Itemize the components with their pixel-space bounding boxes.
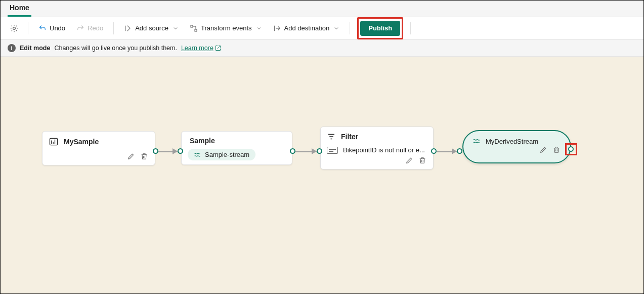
filter-rule-text: BikepointID is not null or e... [343, 146, 425, 154]
add-destination-button[interactable]: Add destination [270, 20, 343, 36]
publish-label: Publish [368, 24, 392, 32]
toolbar: Undo Redo Add source Transform events Ad… [1, 17, 643, 39]
port-highlight [565, 143, 577, 155]
delete-button[interactable] [552, 145, 561, 154]
trash-icon [552, 146, 561, 154]
edit-button[interactable] [126, 152, 136, 161]
port-in[interactable] [457, 148, 462, 154]
redo-button[interactable]: Redo [73, 20, 106, 36]
separator [350, 22, 350, 34]
chevron-down-icon [333, 25, 339, 31]
transform-icon [190, 24, 198, 32]
node-sample-title: Sample [190, 137, 215, 145]
pencil-icon [127, 152, 135, 160]
port-out[interactable] [431, 148, 437, 154]
port-in[interactable] [178, 148, 183, 154]
settings-button[interactable] [8, 22, 21, 35]
separator [113, 22, 114, 34]
workflow-canvas[interactable]: MySample Sample Sample-stream [1, 57, 643, 293]
info-bar: i Edit mode Changes will go live once yo… [1, 39, 643, 57]
edit-mode-message: Changes will go live once you publish th… [54, 45, 177, 52]
node-filter[interactable]: Filter BikepointID is not null or e... [320, 127, 434, 170]
svg-rect-1 [191, 25, 193, 27]
redo-icon [76, 24, 84, 32]
svg-point-0 [13, 27, 16, 29]
chevron-down-icon [173, 25, 179, 31]
add-destination-icon [273, 24, 281, 32]
transform-events-button[interactable]: Transform events [187, 20, 265, 36]
edit-button[interactable] [539, 145, 548, 154]
undo-icon [38, 24, 47, 32]
info-icon: i [8, 44, 16, 52]
add-source-label: Add source [135, 24, 168, 32]
tab-home-label: Home [10, 4, 29, 12]
stream-chip[interactable]: Sample-stream [188, 149, 255, 160]
trash-icon [418, 156, 426, 164]
port-out[interactable] [153, 148, 158, 154]
learn-more-link[interactable]: Learn more [181, 45, 221, 52]
tab-strip: Home [1, 1, 643, 17]
edit-button[interactable] [405, 156, 414, 165]
stream-chip-label: Sample-stream [205, 151, 249, 158]
stream-icon [473, 137, 481, 145]
add-destination-label: Add destination [284, 24, 330, 32]
svg-rect-3 [50, 138, 58, 145]
tab-home[interactable]: Home [8, 0, 31, 17]
add-source-icon [124, 24, 132, 32]
node-filter-title: Filter [341, 133, 358, 141]
chevron-down-icon [256, 25, 262, 31]
undo-button[interactable]: Undo [35, 20, 68, 36]
node-sample[interactable]: Sample Sample-stream [181, 131, 292, 165]
stream-icon [194, 151, 201, 158]
publish-button[interactable]: Publish [360, 21, 400, 36]
add-source-button[interactable]: Add source [121, 20, 182, 36]
node-source[interactable]: MySample [42, 131, 155, 165]
learn-more-label: Learn more [181, 45, 213, 52]
rule-icon [327, 147, 338, 154]
node-destination[interactable]: MyDerivedStream [462, 130, 571, 163]
publish-highlight: Publish [357, 17, 403, 39]
port-out[interactable] [290, 148, 295, 154]
trash-icon [140, 152, 148, 160]
delete-button[interactable] [140, 152, 149, 161]
edit-mode-label: Edit mode [20, 45, 50, 52]
svg-rect-2 [195, 29, 197, 31]
source-icon [49, 137, 59, 147]
filter-icon [327, 132, 336, 141]
pencil-icon [405, 156, 413, 164]
port-in[interactable] [317, 148, 322, 154]
undo-label: Undo [50, 24, 65, 32]
separator [28, 22, 28, 34]
redo-label: Redo [88, 24, 103, 32]
node-source-title: MySample [64, 138, 99, 146]
separator [410, 22, 411, 34]
gear-icon [10, 24, 19, 33]
node-destination-title: MyDerivedStream [486, 138, 538, 145]
delete-button[interactable] [418, 156, 427, 165]
transform-label: Transform events [201, 24, 252, 32]
external-link-icon [215, 45, 221, 51]
pencil-icon [539, 146, 547, 154]
